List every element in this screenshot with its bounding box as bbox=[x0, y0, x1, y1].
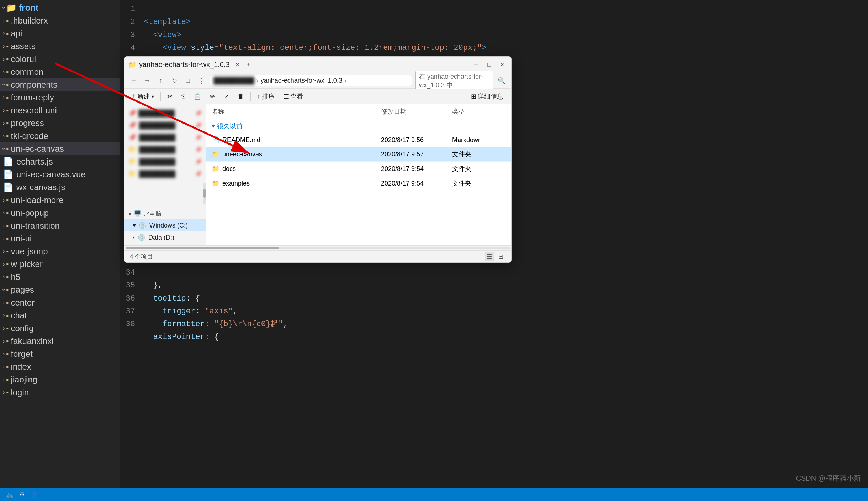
search-input[interactable]: 在 yanhao-echarts-for-wx_1.0.3 中 bbox=[415, 71, 493, 91]
tab-close-button[interactable]: ✕ bbox=[233, 60, 242, 69]
sidebar-item-center[interactable]: › ▪ center bbox=[0, 296, 120, 309]
toolbar-details-button[interactable]: ⊞ 详细信息 bbox=[467, 91, 507, 102]
nav-screen-button[interactable]: □ bbox=[182, 75, 193, 86]
label-hbuilderx: .hbuilderx bbox=[11, 16, 48, 26]
toolbar-sort-button[interactable]: ↕ 排序 bbox=[254, 91, 278, 102]
sidebar-item-config[interactable]: › ▪ config bbox=[0, 322, 120, 335]
label-forget: forget bbox=[11, 349, 32, 359]
drive-d-label: Data (D:) bbox=[148, 234, 174, 241]
grid-view-button[interactable]: ⊞ bbox=[496, 252, 506, 261]
nav-section-computer[interactable]: ▾ 🖥️ 此电脑 bbox=[124, 207, 206, 219]
sidebar-item-mescroll-uni[interactable]: › ▪ mescroll-uni bbox=[0, 104, 120, 117]
sidebar-item-tki-qrcode[interactable]: › ▪ tki-qrcode bbox=[0, 130, 120, 142]
sidebar-item-uni-ui[interactable]: › ▪ uni-ui bbox=[0, 232, 120, 245]
toolbar-rename-button[interactable]: ✏ bbox=[206, 91, 219, 102]
file-row-examples[interactable]: 📁 examples 2020/8/17 9:54 文件夹 bbox=[206, 176, 511, 191]
sidebar-item-api[interactable]: › ▪ api bbox=[0, 27, 120, 40]
file-row-readme[interactable]: 📄 README.md 2020/8/17 9:56 Markdown bbox=[206, 133, 511, 147]
code-top: <template> <view> <view style="text-alig… bbox=[141, 0, 868, 57]
sidebar-item-login[interactable]: › ▪ login bbox=[0, 386, 120, 399]
folder-icon-forum-reply: ▪ bbox=[6, 94, 9, 102]
sidebar-item-pages[interactable]: › ▪ pages bbox=[0, 283, 120, 296]
window-minimize-button[interactable]: ─ bbox=[471, 60, 481, 70]
toolbar-view-button[interactable]: ☰ 查看 bbox=[280, 91, 307, 102]
folder-icon-center: ▪ bbox=[6, 299, 9, 307]
search-button[interactable]: 🔍 bbox=[496, 75, 507, 86]
nav-up-button[interactable]: ↑ bbox=[155, 75, 166, 86]
label-jiaojing: jiaojing bbox=[11, 375, 37, 385]
window-maximize-button[interactable]: □ bbox=[484, 60, 494, 70]
file-table-header: 名称 修改日期 类型 bbox=[206, 104, 511, 119]
file-type-docs: 文件夹 bbox=[452, 165, 506, 173]
sidebar-item-uni-ec-canvas[interactable]: › ▪ uni-ec-canvas bbox=[0, 142, 120, 155]
label-assets: assets bbox=[11, 41, 35, 51]
sidebar-item-h5[interactable]: › ▪ h5 bbox=[0, 271, 120, 283]
col-header-date: 修改日期 bbox=[381, 107, 452, 116]
folder-icon-assets: ▪ bbox=[6, 42, 9, 51]
nav-more-button[interactable]: ⋮ bbox=[196, 75, 207, 86]
nav-quick-5[interactable]: 📁 ████████ 📌 bbox=[124, 156, 206, 168]
pin-icon-1: 📌 bbox=[195, 110, 201, 116]
sidebar-item-jiaojing[interactable]: › ▪ jiaojing bbox=[0, 373, 120, 386]
sidebar-item-echarts-js[interactable]: 📄 echarts.js bbox=[0, 155, 120, 168]
nav-back-button[interactable]: ← bbox=[128, 75, 139, 86]
nav-drive-c[interactable]: ▾ 💿 Windows (C:) bbox=[124, 219, 206, 231]
sidebar-item-index[interactable]: › ▪ index bbox=[0, 360, 120, 373]
label-progress: progress bbox=[11, 118, 44, 128]
sidebar-item-forum-reply[interactable]: › ▪ forum-reply bbox=[0, 91, 120, 104]
drive-d-arrow: › bbox=[133, 234, 135, 241]
sidebar-item-wx-canvas-js[interactable]: 📄 wx-canvas.js bbox=[0, 181, 120, 194]
file-icon-uni-ec-canvas: 📁 bbox=[212, 150, 219, 158]
toolbar-paste-button[interactable]: 📋 bbox=[190, 91, 205, 102]
folder-icon-w-picker: ▪ bbox=[6, 260, 9, 268]
sidebar-item-common[interactable]: › ▪ common bbox=[0, 66, 120, 78]
toolbar-share-button[interactable]: ↗ bbox=[220, 91, 233, 102]
nav-quick-2[interactable]: 📌 ████████ 📌 bbox=[124, 119, 206, 131]
explorer-window: 📁 yanhao-echarts-for-wx_1.0.3 ✕ + ─ □ ✕ … bbox=[124, 56, 512, 263]
arrow-hbuilderx: › bbox=[3, 17, 5, 24]
file-row-uni-ec-canvas[interactable]: 📁 uni-ec-canvas 2020/8/17 9:57 文件夹 bbox=[206, 147, 511, 162]
sidebar-item-components[interactable]: › ▪ components bbox=[0, 78, 120, 91]
toolbar-more-button[interactable]: ... bbox=[308, 91, 321, 101]
sidebar-item-hbuilderx[interactable]: › ▪ .hbuilderx bbox=[0, 14, 120, 27]
sidebar-item-assets[interactable]: › ▪ assets bbox=[0, 40, 120, 53]
new-tab-button[interactable]: + bbox=[247, 61, 251, 69]
folder-icon-chat: ▪ bbox=[6, 312, 9, 320]
nav-quick-6[interactable]: 📁 ████████ 📌 bbox=[124, 168, 206, 180]
nav-quick-3[interactable]: 📌 ████████ 📌 bbox=[124, 131, 206, 143]
list-view-button[interactable]: ☰ bbox=[485, 252, 494, 261]
toolbar-new-button[interactable]: + 新建 ▾ bbox=[128, 91, 158, 102]
sidebar-item-colorui[interactable]: › ▪ colorui bbox=[0, 53, 120, 66]
sidebar-item-vue-jsonp[interactable]: › ▪ vue-jsonp bbox=[0, 245, 120, 258]
sidebar-item-forget[interactable]: › ▪ forget bbox=[0, 348, 120, 360]
sidebar-item-chat[interactable]: › ▪ chat bbox=[0, 309, 120, 322]
sidebar-item-uni-load-more[interactable]: › ▪ uni-load-more bbox=[0, 194, 120, 207]
toolbar-delete-button[interactable]: 🗑 bbox=[234, 91, 248, 101]
address-path-input[interactable]: █████████ › yanhao-echarts-for-wx_1.0.3 … bbox=[210, 75, 412, 86]
label-colorui: colorui bbox=[11, 54, 36, 64]
sidebar-root-item[interactable]: › 📁 front bbox=[0, 1, 120, 14]
view-toggle-buttons: ☰ ⊞ bbox=[485, 252, 506, 261]
arrow-index: › bbox=[3, 364, 5, 370]
sidebar-root-arrow: › bbox=[1, 7, 7, 9]
nav-drive-d[interactable]: › 💿 Data (D:) bbox=[124, 231, 206, 244]
quick-icon-3: 📌 bbox=[128, 134, 136, 141]
nav-quick-4[interactable]: 📁 ████████ 📌 bbox=[124, 143, 206, 156]
sidebar-item-fakuanxinxi[interactable]: › ▪ fakuanxinxi bbox=[0, 335, 120, 348]
file-row-docs[interactable]: 📁 docs 2020/8/17 9:54 文件夹 bbox=[206, 162, 511, 176]
window-close-button[interactable]: ✕ bbox=[497, 60, 507, 70]
sidebar-item-w-picker[interactable]: › ▪ w-picker bbox=[0, 258, 120, 271]
sidebar-item-uni-popup[interactable]: › ▪ uni-popup bbox=[0, 207, 120, 219]
nav-quick-1[interactable]: 📌 ████████ 📌 bbox=[124, 107, 206, 119]
view-icon: ☰ bbox=[283, 93, 289, 100]
toolbar-cut-button[interactable]: ✂ bbox=[164, 91, 176, 102]
nav-refresh-button[interactable]: ↻ bbox=[169, 75, 180, 86]
label-h5: h5 bbox=[11, 272, 20, 282]
sidebar-item-uni-ec-canvas-vue[interactable]: 📄 uni-ec-canvas.vue bbox=[0, 168, 120, 181]
sidebar-item-uni-transition[interactable]: › ▪ uni-transition bbox=[0, 219, 120, 232]
toolbar-copy-button[interactable]: ⎘ bbox=[178, 91, 189, 101]
nav-forward-button[interactable]: → bbox=[142, 75, 153, 86]
horizontal-scrollbar[interactable] bbox=[124, 245, 511, 250]
sidebar-item-progress[interactable]: › ▪ progress bbox=[0, 117, 120, 130]
arrow-api: › bbox=[3, 30, 5, 37]
